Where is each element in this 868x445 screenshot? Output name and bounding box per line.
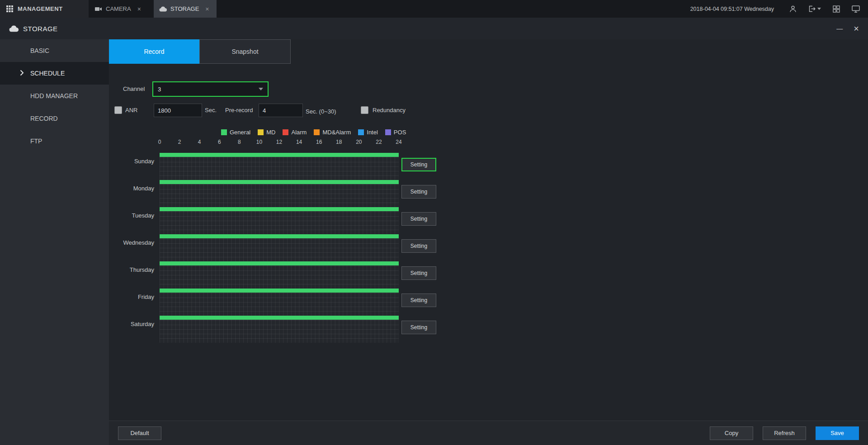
top-tab-storage[interactable]: STORAGE ×	[154, 0, 217, 18]
timeline-grid-tuesday[interactable]	[160, 207, 399, 234]
management-tab[interactable]: MANAGEMENT	[0, 0, 89, 18]
hour-tick-label: 8	[238, 139, 241, 145]
setting-button-tuesday[interactable]: Setting	[401, 212, 436, 226]
user-icon[interactable]	[789, 5, 797, 13]
setting-button-thursday[interactable]: Setting	[401, 266, 436, 280]
refresh-button[interactable]: Refresh	[763, 426, 806, 440]
hour-tick-label: 0	[158, 139, 161, 145]
main-content: Record Snapshot Channel 3 ANR Sec. Pre-r…	[109, 39, 868, 445]
display-icon[interactable]	[852, 5, 860, 13]
sidebar-item-record[interactable]: RECORD	[0, 107, 109, 130]
schedule-row-friday: Friday Setting	[109, 289, 868, 316]
management-label: MANAGEMENT	[18, 5, 63, 12]
close-camera-tab-icon[interactable]: ×	[137, 5, 141, 13]
day-label: Sunday	[109, 158, 154, 165]
tab-record[interactable]: Record	[109, 39, 199, 64]
top-tab-camera-label: CAMERA	[106, 5, 131, 12]
default-button[interactable]: Default	[118, 426, 161, 440]
grid-menu-icon	[6, 5, 13, 12]
alarm-color-swatch	[283, 129, 288, 135]
close-window-button[interactable]: ×	[854, 24, 859, 33]
channel-dropdown[interactable]: 3	[152, 81, 269, 97]
setting-button-saturday[interactable]: Setting	[401, 321, 436, 334]
hour-tick-label: 2	[178, 139, 181, 145]
prerecord-label: Pre-record	[225, 107, 253, 114]
top-bar: MANAGEMENT CAMERA × STORAGE × 2018-04-04…	[0, 0, 868, 18]
hour-tick-label: 20	[356, 139, 362, 145]
general-record-bar	[160, 289, 399, 293]
schedule-row-saturday: Saturday Setting	[109, 316, 868, 343]
hour-tick-label: 10	[256, 139, 262, 145]
prerecord-seconds-input[interactable]	[259, 104, 303, 117]
redundancy-checkbox[interactable]	[361, 106, 368, 114]
sec-range-label: Sec. (0~30)	[306, 108, 336, 115]
window-titlebar: STORAGE — ×	[0, 18, 868, 39]
hour-tick-label: 18	[336, 139, 342, 145]
top-tab-camera[interactable]: CAMERA ×	[90, 0, 151, 18]
setting-button-monday[interactable]: Setting	[401, 185, 436, 199]
sidebar-item-label: RECORD	[30, 115, 58, 122]
timeline-hour-scale: 0 2 4 6 8 10 12 14 16 18 20 22 24	[160, 139, 399, 146]
minimize-button[interactable]: —	[836, 25, 843, 32]
footer-bar: Default Copy Refresh Save	[109, 421, 868, 445]
storage-window-icon	[9, 25, 19, 32]
hour-tick-label: 4	[198, 139, 201, 145]
general-record-bar	[160, 180, 399, 184]
logout-icon[interactable]	[808, 5, 821, 12]
md-color-swatch	[258, 129, 264, 135]
day-label: Tuesday	[109, 212, 154, 219]
timeline-grid-monday[interactable]	[160, 180, 399, 207]
intel-color-swatch	[358, 129, 364, 135]
sidebar-item-label: BASIC	[30, 47, 49, 54]
legend-item-md: MD	[258, 129, 275, 136]
screen-layout-icon[interactable]	[833, 5, 840, 13]
general-record-bar	[160, 207, 399, 211]
sidebar-item-label: FTP	[30, 137, 42, 145]
topbar-right: 2018-04-04 09:51:07 Wednesday	[690, 5, 868, 13]
timeline-grid-sunday[interactable]	[160, 153, 399, 180]
logout-caret-icon	[817, 8, 821, 10]
redundancy-label: Redundancy	[373, 107, 406, 114]
copy-button[interactable]: Copy	[710, 426, 753, 440]
storage-icon	[159, 6, 167, 12]
window-title: STORAGE	[23, 25, 58, 33]
timeline-grid-thursday[interactable]	[160, 261, 399, 289]
system-clock: 2018-04-04 09:51:07 Wednesday	[690, 6, 774, 12]
anr-checkbox[interactable]	[114, 106, 122, 114]
day-label: Monday	[109, 185, 154, 192]
setting-button-wednesday[interactable]: Setting	[401, 239, 436, 253]
camera-icon	[95, 6, 102, 12]
tab-snapshot[interactable]: Snapshot	[199, 39, 291, 64]
legend-item-intel: Intel	[358, 129, 378, 136]
hour-tick-label: 6	[218, 139, 221, 145]
hour-tick-label: 24	[396, 139, 401, 145]
schedule-row-thursday: Thursday Setting	[109, 261, 868, 289]
setting-button-friday[interactable]: Setting	[401, 294, 436, 307]
sidebar-item-schedule[interactable]: SCHEDULE	[0, 62, 109, 85]
timeline-grid-wednesday[interactable]	[160, 234, 399, 261]
md-alarm-color-swatch	[314, 129, 320, 135]
sidebar-item-ftp[interactable]: FTP	[0, 130, 109, 152]
hour-tick-label: 22	[376, 139, 382, 145]
channel-label: Channel	[123, 85, 145, 93]
day-label: Wednesday	[109, 239, 154, 246]
save-button[interactable]: Save	[816, 426, 859, 440]
hour-tick-label: 16	[316, 139, 322, 145]
close-storage-tab-icon[interactable]: ×	[205, 5, 209, 13]
timeline-grid-saturday[interactable]	[160, 316, 399, 343]
sidebar-item-label: HDD MANAGER	[30, 92, 78, 99]
sidebar-item-basic[interactable]: BASIC	[0, 39, 109, 62]
sidebar-item-hdd-manager[interactable]: HDD MANAGER	[0, 85, 109, 107]
schedule-row-wednesday: Wednesday Setting	[109, 234, 868, 261]
legend-item-alarm: Alarm	[283, 129, 307, 136]
general-color-swatch	[221, 129, 227, 135]
sec-label: Sec.	[205, 107, 217, 114]
setting-button-sunday[interactable]: Setting	[401, 158, 436, 171]
general-record-bar	[160, 316, 399, 320]
day-label: Friday	[109, 294, 154, 300]
legend-item-pos: POS	[385, 129, 406, 136]
schedule-row-monday: Monday Setting	[109, 180, 868, 207]
hour-tick-label: 12	[276, 139, 282, 145]
timeline-grid-friday[interactable]	[160, 289, 399, 316]
anr-seconds-input[interactable]	[154, 104, 202, 117]
